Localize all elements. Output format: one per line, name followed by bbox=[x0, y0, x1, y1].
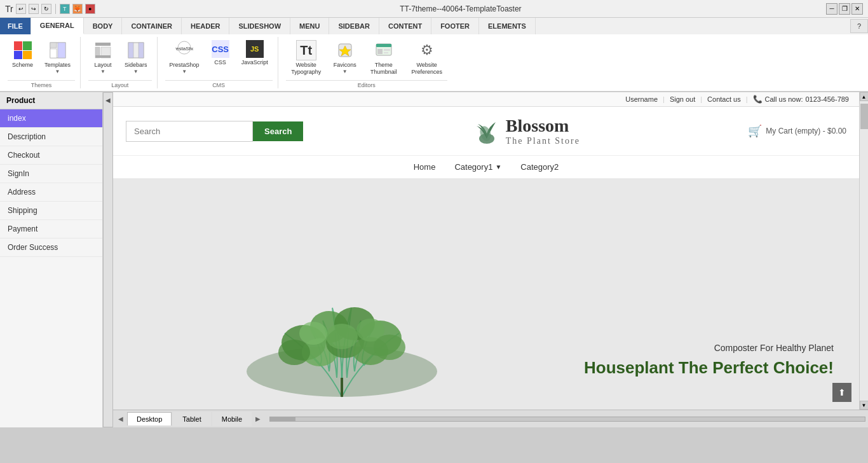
bottom-scrollbar bbox=[269, 417, 865, 422]
tab-file[interactable]: FILE bbox=[0, 18, 31, 34]
ribbon-group-editors: Tt Website Typography Favicons ▼ bbox=[283, 37, 452, 88]
layout-label: Layout bbox=[95, 62, 112, 69]
search-button[interactable]: Search bbox=[253, 121, 303, 141]
store-nav: Home Category1 ▼ Category2 bbox=[113, 156, 859, 179]
search-input[interactable] bbox=[126, 121, 253, 142]
tab-general[interactable]: GENERAL bbox=[31, 18, 84, 34]
tab-slideshow[interactable]: SLIDESHOW bbox=[229, 18, 290, 34]
scrollbar-track[interactable] bbox=[860, 101, 869, 401]
website-typography-label: Website Typography bbox=[290, 62, 322, 76]
sidebars-btn[interactable]: Sidebars ▼ bbox=[120, 37, 152, 78]
tab-desktop[interactable]: Desktop bbox=[127, 412, 172, 425]
nav-category1-arrow: ▼ bbox=[495, 163, 501, 170]
tab-container[interactable]: CONTAINER bbox=[122, 18, 182, 34]
contact-link[interactable]: Contact us bbox=[707, 95, 741, 103]
layout-btn[interactable]: Layout ▼ bbox=[88, 37, 118, 78]
theme-thumbnail-btn[interactable]: Theme Thumbnail bbox=[363, 37, 404, 79]
cart-area[interactable]: 🛒 My Cart (empty) - $0.00 bbox=[748, 124, 846, 138]
css-btn[interactable]: CSS CSS bbox=[207, 37, 234, 69]
sidebar-item-shipping[interactable]: Shipping bbox=[0, 202, 102, 220]
svg-point-33 bbox=[278, 340, 310, 365]
svg-rect-2 bbox=[58, 43, 65, 58]
svg-point-34 bbox=[374, 335, 405, 360]
layout-group-label: Layout bbox=[88, 80, 152, 88]
nav-home[interactable]: Home bbox=[414, 162, 436, 172]
logo-main: Blossom bbox=[506, 116, 580, 136]
tab-menu[interactable]: MENU bbox=[290, 18, 329, 34]
scrollbar-thumb bbox=[860, 104, 868, 129]
signout-link[interactable]: Sign out bbox=[670, 95, 695, 103]
sidebar-item-payment[interactable]: Payment bbox=[0, 220, 102, 238]
cart-icon: 🛒 bbox=[748, 124, 762, 138]
scroll-up-btn[interactable]: ⬆ bbox=[832, 383, 851, 402]
minimize-btn[interactable]: ─ bbox=[826, 3, 837, 15]
help-btn[interactable]: ? bbox=[850, 19, 868, 33]
title-bar: Tr ↩ ↪ ↻ T 🦊 ● TT-7theme--40064-Template… bbox=[0, 0, 868, 18]
svg-rect-4 bbox=[95, 43, 111, 46]
prestashop-btn[interactable]: PrestaShop PrestaShop ▼ bbox=[165, 37, 204, 78]
refresh-btn[interactable]: ↻ bbox=[41, 4, 51, 14]
sidebar-item-signin[interactable]: SignIn bbox=[0, 165, 102, 183]
tab-tablet[interactable]: Tablet bbox=[173, 412, 210, 426]
ribbon-group-cms: PrestaShop PrestaShop ▼ CSS CSS JS JavaS… bbox=[163, 37, 278, 88]
svg-rect-3 bbox=[50, 49, 57, 58]
tab-footer[interactable]: FOOTER bbox=[431, 18, 479, 34]
collapse-btn[interactable]: ◀ bbox=[103, 92, 113, 427]
logo-sub: The Plant Store bbox=[506, 136, 580, 146]
icon1[interactable]: T bbox=[60, 4, 70, 14]
themes-group-label: Themes bbox=[8, 80, 75, 88]
sidebar-item-address[interactable]: Address bbox=[0, 183, 102, 202]
redo-btn[interactable]: ↪ bbox=[29, 4, 39, 14]
undo-btn[interactable]: ↩ bbox=[16, 4, 26, 14]
scroll-down-arrow[interactable]: ▼ bbox=[860, 401, 869, 410]
scroll-left-btn[interactable]: ◀ bbox=[116, 415, 126, 422]
close-btn[interactable]: ✕ bbox=[851, 3, 863, 15]
restore-btn[interactable]: ❐ bbox=[839, 3, 850, 15]
icon3[interactable]: ● bbox=[85, 4, 95, 14]
sidebar-item-index[interactable]: index bbox=[0, 109, 102, 128]
main-area: Product index Description Checkout SignI… bbox=[0, 92, 868, 427]
sidebar-item-checkout[interactable]: Checkout bbox=[0, 146, 102, 165]
phone-area: 📞 Call us now: 0123-456-789 bbox=[753, 95, 849, 104]
tab-sidebar[interactable]: SIDEBAR bbox=[329, 18, 379, 34]
sep1: | bbox=[663, 95, 665, 103]
hero-text: Composter For Healthy Planet Houseplant … bbox=[584, 343, 834, 378]
sep3: | bbox=[746, 95, 748, 103]
username-link[interactable]: Username bbox=[625, 95, 658, 103]
ribbon-tabs: FILE GENERAL BODY CONTAINER HEADER SLIDE… bbox=[0, 18, 868, 34]
nav-category2[interactable]: Category2 bbox=[520, 162, 559, 172]
website-preferences-btn[interactable]: ⚙ Website Preferences bbox=[407, 37, 447, 79]
theme-thumbnail-label: Theme Thumbnail bbox=[368, 62, 400, 76]
nav-category1[interactable]: Category1 ▼ bbox=[454, 162, 501, 172]
sidebar-item-ordersuccess[interactable]: Order Success bbox=[0, 238, 102, 257]
tab-header[interactable]: HEADER bbox=[182, 18, 229, 34]
right-scrollbar: ▲ ▼ bbox=[859, 92, 868, 410]
content-area: Username | Sign out | Contact us | 📞 Cal… bbox=[113, 92, 868, 427]
templates-label: Templates bbox=[44, 62, 71, 69]
javascript-btn[interactable]: JS JavaScript bbox=[237, 37, 273, 69]
tab-elements[interactable]: ELEMENTS bbox=[479, 18, 536, 34]
tab-mobile[interactable]: Mobile bbox=[212, 412, 252, 426]
search-area: Search bbox=[126, 121, 303, 142]
h-scrollbar-track[interactable] bbox=[269, 417, 865, 422]
tab-body[interactable]: BODY bbox=[84, 18, 123, 34]
hero-maintext: Houseplant The Perfect Choice! bbox=[584, 358, 834, 378]
window-controls: ─ ❐ ✕ bbox=[826, 3, 863, 15]
scroll-up-arrow[interactable]: ▲ bbox=[860, 92, 869, 101]
website-typography-btn[interactable]: Tt Website Typography bbox=[286, 37, 327, 79]
svg-point-30 bbox=[326, 324, 358, 349]
window-title: TT-7theme--40064-TemplateToaster bbox=[95, 4, 826, 13]
tab-content[interactable]: CONTENT bbox=[379, 18, 431, 34]
favicons-btn[interactable]: Favicons ▼ bbox=[329, 37, 361, 78]
scheme-btn[interactable]: Scheme bbox=[8, 37, 37, 72]
icon2[interactable]: 🦊 bbox=[72, 4, 83, 14]
svg-text:PrestaShop: PrestaShop bbox=[175, 46, 193, 52]
scroll-right-btn[interactable]: ▶ bbox=[253, 415, 263, 422]
sidebar-item-description[interactable]: Description bbox=[0, 128, 102, 146]
sidebar: Product index Description Checkout SignI… bbox=[0, 92, 103, 427]
hero-area: Composter For Healthy Planet Houseplant … bbox=[113, 179, 859, 410]
store-header: Search Blossom The Plant Store bbox=[113, 107, 859, 156]
h-scrollbar-thumb bbox=[270, 417, 295, 421]
templates-btn[interactable]: Templates ▼ bbox=[40, 37, 75, 78]
scheme-label: Scheme bbox=[12, 62, 33, 69]
